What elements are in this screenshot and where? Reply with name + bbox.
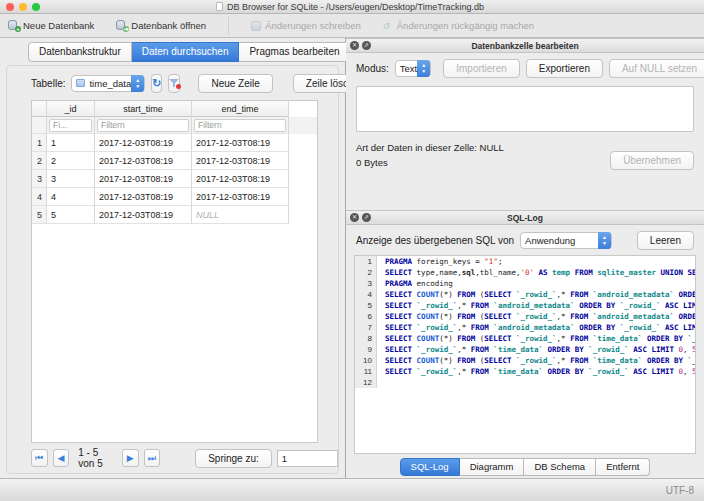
table-row[interactable]: 112017-12-03T08:192017-12-03T08:19 bbox=[32, 134, 317, 152]
table-cell[interactable]: 2017-12-03T08:19 bbox=[192, 188, 289, 206]
table-cell[interactable]: 2017-12-03T08:19 bbox=[95, 134, 192, 152]
filter-input[interactable]: Fi... bbox=[49, 119, 92, 132]
cell-editor-panel: Modus: Text ▲▼ Importieren Exportieren A… bbox=[346, 53, 704, 210]
sql-source-select[interactable]: Anwendung ▲▼ bbox=[520, 232, 612, 249]
mode-label: Modus: bbox=[356, 63, 389, 74]
sql-source-select-value: Anwendung bbox=[525, 235, 575, 246]
minimize-window-button[interactable] bbox=[19, 3, 27, 11]
table-cell[interactable]: 2017-12-03T08:19 bbox=[95, 206, 192, 224]
refresh-icon: ↻ bbox=[152, 78, 161, 89]
cell-content-editor[interactable] bbox=[356, 86, 694, 132]
filter-input[interactable]: Filtern bbox=[194, 119, 286, 132]
tab-pragmas-bearbeiten[interactable]: Pragmas bearbeiten bbox=[239, 42, 350, 62]
first-page-button[interactable]: ⏮ bbox=[31, 449, 48, 467]
table-cell[interactable]: 2017-12-03T08:19 bbox=[192, 170, 289, 188]
table-row[interactable]: 552017-12-03T08:19NULL bbox=[32, 206, 317, 224]
sql-log-output[interactable]: 1PRAGMA foreign_keys = "1";2SELECT type,… bbox=[354, 255, 696, 454]
bottom-tab-bar: SQL-LogDiagrammDB SchemaEntfernt bbox=[400, 458, 651, 476]
column-header[interactable]: _id bbox=[47, 101, 95, 117]
sql-statement: SELECT COUNT(*) FROM (SELECT `_rowid_`,*… bbox=[377, 311, 695, 322]
tab-datenbankstruktur[interactable]: Datenbankstruktur bbox=[28, 42, 132, 62]
last-page-button[interactable]: ⏭ bbox=[144, 449, 161, 467]
column-header[interactable]: start_time bbox=[95, 101, 192, 117]
clear-log-button[interactable]: Leeren bbox=[637, 231, 694, 250]
table-cell[interactable]: NULL bbox=[192, 206, 289, 224]
row-number: 1 bbox=[32, 134, 47, 152]
tab-daten-durchsuchen[interactable]: Daten durchsuchen bbox=[132, 42, 240, 62]
new-record-button[interactable]: Neue Zeile bbox=[198, 74, 272, 93]
line-number: 6 bbox=[355, 311, 377, 322]
sql-statement: SELECT COUNT(*) FROM (SELECT `_rowid_`,*… bbox=[377, 355, 695, 366]
sql-log-close-icon[interactable]: ✕ bbox=[350, 213, 359, 222]
new-database-button[interactable]: + Neue Datenbank bbox=[8, 20, 94, 31]
sql-log-line: 12 bbox=[355, 377, 695, 388]
bottom-tab-sql-log[interactable]: SQL-Log bbox=[400, 458, 460, 476]
cell-editor-float-icon[interactable]: ⇗ bbox=[362, 41, 371, 50]
previous-page-button[interactable]: ◀ bbox=[53, 449, 70, 467]
goto-row-input[interactable]: 1 bbox=[277, 450, 338, 467]
table-cell[interactable]: 5 bbox=[47, 206, 95, 224]
close-window-button[interactable] bbox=[6, 3, 14, 11]
line-number: 3 bbox=[355, 278, 377, 289]
table-row[interactable]: 222017-12-03T08:192017-12-03T08:19 bbox=[32, 152, 317, 170]
next-page-icon: ▶ bbox=[127, 453, 134, 463]
bottom-tab-diagramm[interactable]: Diagramm bbox=[460, 458, 525, 476]
line-number: 10 bbox=[355, 355, 377, 366]
set-null-button[interactable]: Auf NULL setzen bbox=[609, 59, 704, 78]
first-page-icon: ⏮ bbox=[35, 453, 43, 464]
clear-filters-button[interactable] bbox=[168, 74, 180, 93]
sql-statement: PRAGMA foreign_keys = "1"; bbox=[377, 256, 502, 267]
line-number: 2 bbox=[355, 267, 377, 278]
next-page-button[interactable]: ▶ bbox=[122, 449, 139, 467]
apply-button[interactable]: Übernehmen bbox=[610, 151, 694, 170]
sql-log-title: SQL-Log bbox=[346, 213, 704, 223]
sql-log-line: 4SELECT COUNT(*) FROM (SELECT `_rowid_`,… bbox=[355, 289, 695, 300]
table-cell[interactable]: 1 bbox=[47, 134, 95, 152]
table-cell[interactable]: 4 bbox=[47, 188, 95, 206]
encoding-indicator[interactable]: UTF-8 bbox=[666, 485, 694, 496]
table-cell[interactable]: 2017-12-03T08:19 bbox=[192, 134, 289, 152]
sql-statement: SELECT `_rowid_`,* FROM `android_metadat… bbox=[377, 300, 695, 311]
import-button[interactable]: Importieren bbox=[443, 59, 520, 78]
cell-editor-header: ✕ ⇗ Datenbankzelle bearbeiten bbox=[346, 38, 704, 53]
table-select[interactable]: time_data ▲▼ bbox=[71, 75, 145, 92]
sql-statement: SELECT `_rowid_`,* FROM `time_data` ORDE… bbox=[377, 344, 695, 355]
cell-editor-title: Datenbankzelle bearbeiten bbox=[346, 41, 704, 51]
table-cell[interactable]: 2017-12-03T08:19 bbox=[95, 188, 192, 206]
filter-row: Fi...FilternFiltern bbox=[32, 117, 317, 134]
export-button[interactable]: Exportieren bbox=[526, 59, 603, 78]
table-select-value: time_data bbox=[89, 78, 131, 89]
table-cell[interactable]: 2017-12-03T08:19 bbox=[95, 170, 192, 188]
refresh-button[interactable]: ↻ bbox=[151, 74, 162, 93]
table-cell[interactable]: 3 bbox=[47, 170, 95, 188]
line-number: 1 bbox=[355, 256, 377, 267]
table-label: Tabelle: bbox=[31, 78, 65, 89]
open-database-icon: ➜ bbox=[116, 20, 127, 31]
column-header[interactable]: end_time bbox=[192, 101, 289, 117]
line-number: 4 bbox=[355, 289, 377, 300]
row-number: 5 bbox=[32, 206, 47, 224]
table-cell[interactable]: 2017-12-03T08:19 bbox=[192, 152, 289, 170]
bottom-tab-db-schema[interactable]: DB Schema bbox=[524, 458, 596, 476]
line-number: 12 bbox=[355, 377, 377, 388]
table-row[interactable]: 442017-12-03T08:192017-12-03T08:19 bbox=[32, 188, 317, 206]
mode-select[interactable]: Text ▲▼ bbox=[395, 60, 431, 77]
table-cell[interactable]: 2017-12-03T08:19 bbox=[95, 152, 192, 170]
table-cell[interactable]: 2 bbox=[47, 152, 95, 170]
filter-input[interactable]: Filtern bbox=[97, 119, 189, 132]
sql-log-panel: Anzeige des übergebenen SQL von Anwendun… bbox=[346, 225, 704, 478]
bottom-tab-entfernt[interactable]: Entfernt bbox=[596, 458, 650, 476]
revert-changes-button[interactable]: ↺ Änderungen rückgängig machen bbox=[383, 20, 534, 31]
sql-log-float-icon[interactable]: ⇗ bbox=[362, 213, 371, 222]
sql-log-line: 3PRAGMA encoding bbox=[355, 278, 695, 289]
open-database-button[interactable]: ➜ Datenbank öffnen bbox=[116, 20, 206, 31]
write-changes-button[interactable]: Änderungen schreiben bbox=[251, 20, 361, 31]
row-number-header bbox=[32, 101, 47, 117]
sql-statement: SELECT `_rowid_`,* FROM `time_data` ORDE… bbox=[377, 366, 695, 377]
select-stepper-icon: ▲▼ bbox=[598, 232, 611, 249]
goto-row-button[interactable]: Springe zu: bbox=[195, 449, 272, 468]
cell-editor-close-icon[interactable]: ✕ bbox=[350, 41, 359, 50]
line-number: 11 bbox=[355, 366, 377, 377]
table-row[interactable]: 332017-12-03T08:192017-12-03T08:19 bbox=[32, 170, 317, 188]
zoom-window-button[interactable] bbox=[32, 3, 40, 11]
